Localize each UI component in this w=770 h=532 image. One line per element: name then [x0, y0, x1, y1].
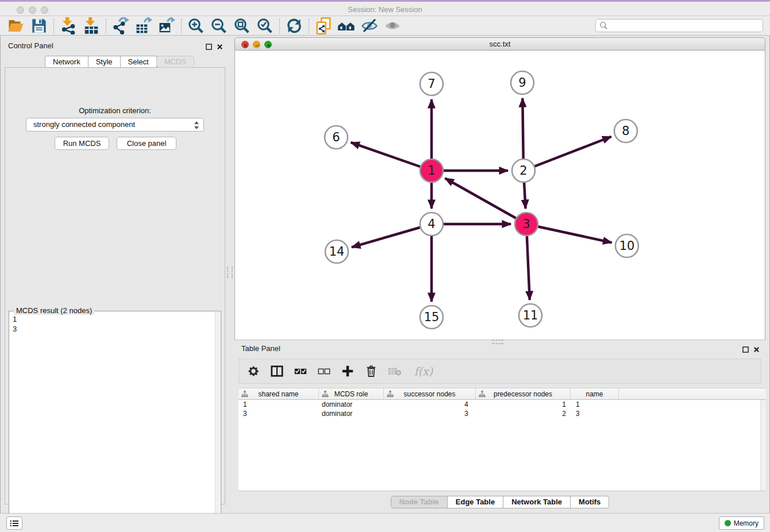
- node-14[interactable]: 14: [325, 240, 348, 263]
- show-all-icon[interactable]: [381, 17, 404, 35]
- column-header-successor-nodes[interactable]: successor nodes: [384, 388, 476, 400]
- table-scrollbar[interactable]: [760, 400, 766, 491]
- table-row[interactable]: 1dominator411: [238, 400, 766, 409]
- memory-button[interactable]: Memory: [719, 516, 764, 530]
- hide-selected-icon[interactable]: [358, 17, 381, 35]
- search-icon: [599, 21, 608, 32]
- node-table-header: shared nameMCDS rolesuccessor nodesprede…: [238, 388, 766, 400]
- node-label: 10: [619, 239, 635, 253]
- node-10[interactable]: 10: [615, 234, 638, 257]
- network-view-title: scc.txt: [235, 40, 765, 48]
- node-9[interactable]: 9: [511, 71, 534, 94]
- column-header-MCDS-role[interactable]: MCDS role: [319, 388, 384, 400]
- close-panel-icon[interactable]: [217, 42, 223, 52]
- export-image-icon[interactable]: [155, 17, 178, 35]
- toolbar-separator: [53, 18, 54, 33]
- vertical-splitter-handle[interactable]: [227, 267, 233, 278]
- node-15[interactable]: 15: [420, 306, 443, 329]
- network-canvas[interactable]: 7968124314101511: [234, 51, 765, 340]
- save-session-icon[interactable]: [28, 17, 51, 35]
- tab-network[interactable]: Network: [45, 56, 88, 68]
- node-label: 11: [523, 309, 538, 322]
- zoom-selected-icon[interactable]: [253, 17, 276, 35]
- node-table: shared nameMCDS rolesuccessor nodesprede…: [238, 388, 766, 491]
- tab-select[interactable]: Select: [121, 56, 157, 68]
- table-panel-title: Table Panel: [234, 343, 765, 354]
- node-label: 4: [428, 217, 435, 231]
- search-input[interactable]: [595, 19, 763, 32]
- window-title: Session: New Session: [0, 5, 770, 14]
- column-header-name[interactable]: name: [571, 388, 619, 400]
- export-network-icon[interactable]: [109, 17, 132, 35]
- cell-successor-nodes: 4: [384, 400, 476, 409]
- columns-icon[interactable]: [270, 364, 284, 379]
- node-4[interactable]: 4: [420, 213, 443, 236]
- run-mcds-button[interactable]: Run MCDS: [55, 137, 109, 150]
- create-network-view-icon[interactable]: [312, 17, 335, 35]
- toolbar-separator: [181, 18, 182, 33]
- edge-2-8[interactable]: [523, 137, 611, 171]
- mcds-panel: Optimization criterion: strongly connect…: [5, 67, 225, 504]
- tab-style[interactable]: Style: [88, 56, 121, 68]
- gear-icon[interactable]: [246, 364, 261, 379]
- column-header-shared-name[interactable]: shared name: [238, 388, 319, 400]
- first-neighbors-icon[interactable]: [335, 17, 358, 35]
- import-network-icon[interactable]: [57, 17, 80, 35]
- task-history-button[interactable]: [6, 516, 22, 530]
- node-11[interactable]: 11: [519, 304, 542, 327]
- close-panel-icon[interactable]: [753, 345, 760, 355]
- node-6[interactable]: 6: [325, 126, 348, 149]
- float-panel-icon[interactable]: [742, 345, 749, 355]
- edge-4-14[interactable]: [352, 224, 432, 247]
- node-label: 8: [622, 124, 629, 138]
- network-graph[interactable]: 7968124314101511: [235, 51, 765, 340]
- result-scrollbar[interactable]: [215, 312, 220, 529]
- apply-layout-icon[interactable]: [283, 17, 306, 35]
- mcds-result-box: MCDS result (2 nodes) 1 3: [9, 311, 221, 530]
- memory-label: Memory: [734, 519, 759, 527]
- table-row[interactable]: 3dominator323: [238, 409, 766, 418]
- open-file-icon[interactable]: [5, 17, 28, 35]
- node-7[interactable]: 7: [420, 72, 443, 95]
- node-8[interactable]: 8: [614, 119, 637, 142]
- import-table-icon[interactable]: [80, 17, 103, 35]
- edge-1-6[interactable]: [351, 142, 432, 171]
- cell-MCDS-role: dominator: [319, 409, 384, 418]
- node-label: 3: [522, 217, 530, 231]
- network-view-window: scc.txt 7968124314101511: [234, 37, 765, 340]
- tab-edge-table[interactable]: Edge Table: [448, 496, 503, 508]
- optimization-criterion-select[interactable]: strongly connected component: [26, 118, 204, 132]
- network-window-titlebar[interactable]: scc.txt: [234, 37, 765, 51]
- zoom-fit-icon[interactable]: [230, 17, 253, 35]
- tab-mcds[interactable]: MCDS: [156, 56, 194, 68]
- control-panel-tabs: NetworkStyleSelectMCDS: [45, 56, 194, 68]
- edge-3-10[interactable]: [526, 224, 612, 242]
- tab-motifs[interactable]: Motifs: [571, 496, 609, 508]
- edge-3-1[interactable]: [445, 178, 526, 224]
- toolbar-separator: [309, 18, 309, 33]
- tab-node-table[interactable]: Node Table: [391, 496, 448, 508]
- select-stepper-icon: [194, 121, 199, 134]
- delete-icon[interactable]: [364, 364, 379, 379]
- application-window: Session: New Session: [0, 0, 770, 532]
- tab-network-table[interactable]: Network Table: [503, 496, 571, 508]
- add-icon[interactable]: [340, 364, 355, 379]
- toolbar-separator: [106, 18, 106, 33]
- deselect-all-icon[interactable]: [317, 364, 332, 379]
- node-2[interactable]: 2: [512, 159, 535, 182]
- function-builder-icon: f(x): [411, 364, 436, 379]
- select-all-icon[interactable]: [293, 364, 308, 379]
- status-bar: Memory: [0, 513, 770, 532]
- zoom-in-icon[interactable]: [184, 17, 207, 35]
- float-panel-icon[interactable]: [206, 42, 212, 52]
- main-toolbar: [0, 16, 770, 36]
- cell-name: 3: [571, 409, 619, 418]
- table-panel-header: Table Panel: [234, 343, 765, 356]
- node-label: 15: [424, 310, 440, 324]
- column-header-predecessor-nodes[interactable]: predecessor nodes: [476, 388, 571, 400]
- zoom-out-icon[interactable]: [207, 17, 230, 35]
- node-3[interactable]: 3: [515, 213, 538, 236]
- export-table-icon[interactable]: [132, 17, 155, 35]
- close-panel-button[interactable]: Close panel: [117, 137, 176, 150]
- node-1[interactable]: 1: [420, 159, 443, 182]
